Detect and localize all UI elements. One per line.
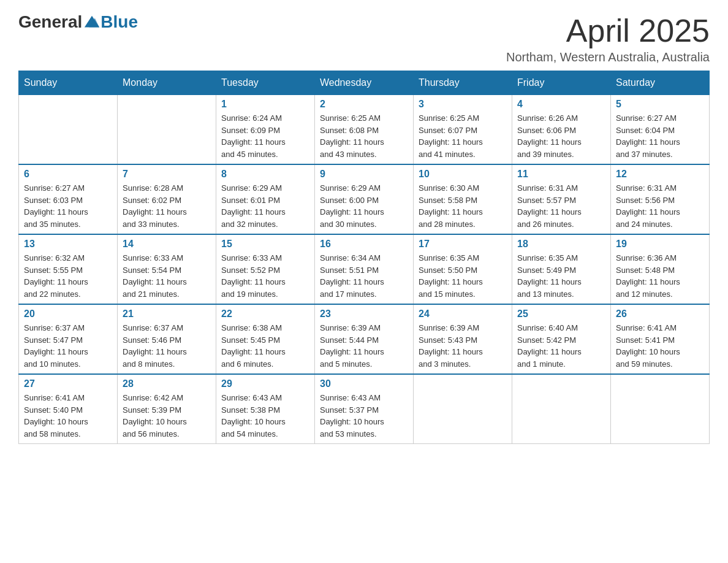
day-info: Sunrise: 6:37 AM Sunset: 5:47 PM Dayligh…: [24, 322, 112, 370]
day-info: Sunrise: 6:26 AM Sunset: 6:06 PM Dayligh…: [517, 112, 605, 160]
day-info: Sunrise: 6:43 AM Sunset: 5:38 PM Dayligh…: [221, 392, 309, 440]
day-info: Sunrise: 6:29 AM Sunset: 6:01 PM Dayligh…: [221, 182, 309, 230]
calendar-week-row: 13Sunrise: 6:32 AM Sunset: 5:55 PM Dayli…: [19, 234, 710, 304]
day-number: 9: [320, 169, 408, 180]
calendar-day-cell: 5Sunrise: 6:27 AM Sunset: 6:04 PM Daylig…: [611, 95, 710, 165]
calendar-day-cell: 18Sunrise: 6:35 AM Sunset: 5:49 PM Dayli…: [512, 234, 611, 304]
calendar-day-cell: 27Sunrise: 6:41 AM Sunset: 5:40 PM Dayli…: [19, 374, 118, 444]
day-number: 1: [221, 99, 309, 110]
day-info: Sunrise: 6:37 AM Sunset: 5:46 PM Dayligh…: [123, 322, 211, 370]
day-info: Sunrise: 6:27 AM Sunset: 6:04 PM Dayligh…: [616, 112, 704, 160]
day-info: Sunrise: 6:33 AM Sunset: 5:54 PM Dayligh…: [123, 252, 211, 300]
calendar-week-row: 6Sunrise: 6:27 AM Sunset: 6:03 PM Daylig…: [19, 164, 710, 234]
day-info: Sunrise: 6:24 AM Sunset: 6:09 PM Dayligh…: [221, 112, 309, 160]
calendar-day-cell: 21Sunrise: 6:37 AM Sunset: 5:46 PM Dayli…: [118, 304, 216, 374]
day-number: 13: [24, 239, 112, 250]
location-subtitle: Northam, Western Australia, Australia: [506, 50, 710, 64]
weekday-header-saturday: Saturday: [611, 71, 710, 95]
day-info: Sunrise: 6:31 AM Sunset: 5:57 PM Dayligh…: [517, 182, 605, 230]
month-year-title: April 2025: [506, 12, 710, 49]
calendar-day-cell: 24Sunrise: 6:39 AM Sunset: 5:43 PM Dayli…: [414, 304, 512, 374]
day-number: 3: [419, 99, 507, 110]
day-info: Sunrise: 6:34 AM Sunset: 5:51 PM Dayligh…: [320, 252, 408, 300]
day-info: Sunrise: 6:39 AM Sunset: 5:44 PM Dayligh…: [320, 322, 408, 370]
day-info: Sunrise: 6:41 AM Sunset: 5:41 PM Dayligh…: [616, 322, 704, 370]
day-number: 11: [517, 169, 605, 180]
day-number: 30: [320, 378, 408, 389]
weekday-header-wednesday: Wednesday: [315, 71, 414, 95]
calendar-day-cell: 29Sunrise: 6:43 AM Sunset: 5:38 PM Dayli…: [216, 374, 315, 444]
logo-general-text: General: [18, 12, 82, 32]
calendar-day-cell: 6Sunrise: 6:27 AM Sunset: 6:03 PM Daylig…: [19, 164, 118, 234]
day-number: 15: [221, 239, 309, 250]
calendar-day-cell: 26Sunrise: 6:41 AM Sunset: 5:41 PM Dayli…: [611, 304, 710, 374]
calendar-day-cell: 11Sunrise: 6:31 AM Sunset: 5:57 PM Dayli…: [512, 164, 611, 234]
calendar-week-row: 20Sunrise: 6:37 AM Sunset: 5:47 PM Dayli…: [19, 304, 710, 374]
day-number: 14: [123, 239, 211, 250]
day-info: Sunrise: 6:42 AM Sunset: 5:39 PM Dayligh…: [123, 392, 211, 440]
day-number: 26: [616, 308, 704, 320]
calendar-day-cell: 4Sunrise: 6:26 AM Sunset: 6:06 PM Daylig…: [512, 95, 611, 165]
day-number: 28: [123, 378, 211, 389]
calendar-day-cell: [512, 374, 611, 444]
calendar-day-cell: 2Sunrise: 6:25 AM Sunset: 6:08 PM Daylig…: [315, 95, 414, 165]
calendar-day-cell: 10Sunrise: 6:30 AM Sunset: 5:58 PM Dayli…: [414, 164, 512, 234]
day-number: 2: [320, 99, 408, 110]
calendar-week-row: 1Sunrise: 6:24 AM Sunset: 6:09 PM Daylig…: [19, 95, 710, 165]
day-number: 27: [24, 378, 112, 389]
calendar-day-cell: 8Sunrise: 6:29 AM Sunset: 6:01 PM Daylig…: [216, 164, 315, 234]
calendar-day-cell: 23Sunrise: 6:39 AM Sunset: 5:44 PM Dayli…: [315, 304, 414, 374]
day-info: Sunrise: 6:39 AM Sunset: 5:43 PM Dayligh…: [419, 322, 507, 370]
day-info: Sunrise: 6:41 AM Sunset: 5:40 PM Dayligh…: [24, 392, 112, 440]
calendar-header-row: SundayMondayTuesdayWednesdayThursdayFrid…: [19, 71, 710, 95]
day-number: 6: [24, 169, 112, 180]
logo: General Blue: [18, 12, 138, 32]
day-info: Sunrise: 6:33 AM Sunset: 5:52 PM Dayligh…: [221, 252, 309, 300]
day-number: 20: [24, 308, 112, 320]
day-info: Sunrise: 6:38 AM Sunset: 5:45 PM Dayligh…: [221, 322, 309, 370]
weekday-header-friday: Friday: [512, 71, 611, 95]
day-number: 16: [320, 239, 408, 250]
calendar-day-cell: [414, 374, 512, 444]
calendar-day-cell: 17Sunrise: 6:35 AM Sunset: 5:50 PM Dayli…: [414, 234, 512, 304]
calendar-day-cell: 12Sunrise: 6:31 AM Sunset: 5:56 PM Dayli…: [611, 164, 710, 234]
day-number: 29: [221, 378, 309, 389]
day-number: 19: [616, 239, 704, 250]
day-info: Sunrise: 6:40 AM Sunset: 5:42 PM Dayligh…: [517, 322, 605, 370]
day-info: Sunrise: 6:43 AM Sunset: 5:37 PM Dayligh…: [320, 392, 408, 440]
calendar-day-cell: 9Sunrise: 6:29 AM Sunset: 6:00 PM Daylig…: [315, 164, 414, 234]
calendar-day-cell: 28Sunrise: 6:42 AM Sunset: 5:39 PM Dayli…: [118, 374, 216, 444]
calendar-day-cell: 22Sunrise: 6:38 AM Sunset: 5:45 PM Dayli…: [216, 304, 315, 374]
day-number: 5: [616, 99, 704, 110]
calendar-day-cell: 19Sunrise: 6:36 AM Sunset: 5:48 PM Dayli…: [611, 234, 710, 304]
day-number: 25: [517, 308, 605, 320]
day-info: Sunrise: 6:30 AM Sunset: 5:58 PM Dayligh…: [419, 182, 507, 230]
calendar-day-cell: [118, 95, 216, 165]
day-info: Sunrise: 6:31 AM Sunset: 5:56 PM Dayligh…: [616, 182, 704, 230]
day-number: 12: [616, 169, 704, 180]
calendar-day-cell: [19, 95, 118, 165]
calendar-day-cell: 14Sunrise: 6:33 AM Sunset: 5:54 PM Dayli…: [118, 234, 216, 304]
day-info: Sunrise: 6:25 AM Sunset: 6:08 PM Dayligh…: [320, 112, 408, 160]
calendar-table: SundayMondayTuesdayWednesdayThursdayFrid…: [18, 71, 710, 444]
day-number: 22: [221, 308, 309, 320]
calendar-week-row: 27Sunrise: 6:41 AM Sunset: 5:40 PM Dayli…: [19, 374, 710, 444]
day-info: Sunrise: 6:25 AM Sunset: 6:07 PM Dayligh…: [419, 112, 507, 160]
weekday-header-thursday: Thursday: [414, 71, 512, 95]
day-number: 4: [517, 99, 605, 110]
weekday-header-monday: Monday: [118, 71, 216, 95]
calendar-day-cell: 1Sunrise: 6:24 AM Sunset: 6:09 PM Daylig…: [216, 95, 315, 165]
day-info: Sunrise: 6:35 AM Sunset: 5:50 PM Dayligh…: [419, 252, 507, 300]
calendar-day-cell: 7Sunrise: 6:28 AM Sunset: 6:02 PM Daylig…: [118, 164, 216, 234]
calendar-day-cell: 3Sunrise: 6:25 AM Sunset: 6:07 PM Daylig…: [414, 95, 512, 165]
day-number: 17: [419, 239, 507, 250]
weekday-header-tuesday: Tuesday: [216, 71, 315, 95]
calendar-day-cell: 13Sunrise: 6:32 AM Sunset: 5:55 PM Dayli…: [19, 234, 118, 304]
day-number: 10: [419, 169, 507, 180]
calendar-day-cell: 30Sunrise: 6:43 AM Sunset: 5:37 PM Dayli…: [315, 374, 414, 444]
day-number: 21: [123, 308, 211, 320]
day-number: 18: [517, 239, 605, 250]
day-info: Sunrise: 6:32 AM Sunset: 5:55 PM Dayligh…: [24, 252, 112, 300]
day-info: Sunrise: 6:28 AM Sunset: 6:02 PM Dayligh…: [123, 182, 211, 230]
day-number: 7: [123, 169, 211, 180]
